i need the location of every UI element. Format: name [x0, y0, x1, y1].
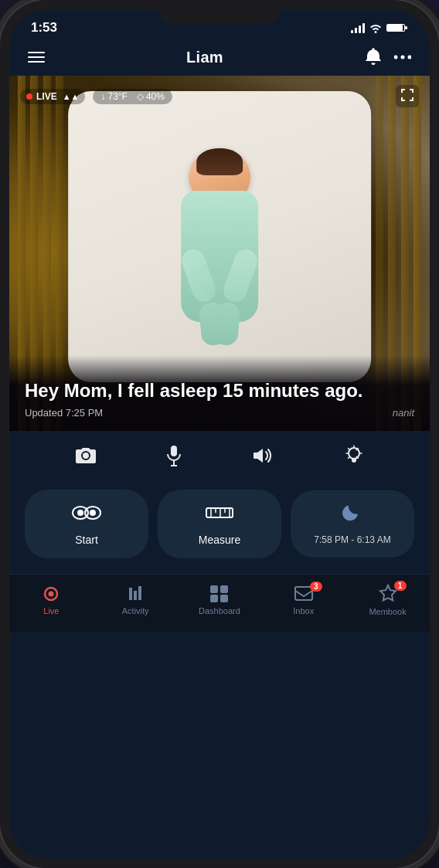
wifi-icon — [369, 22, 383, 33]
baby-figure — [158, 144, 281, 337]
live-dot — [26, 93, 32, 100]
camera-icon — [75, 446, 97, 465]
membook-badge: 1 — [394, 581, 407, 591]
svg-rect-2 — [387, 25, 403, 31]
mic-button[interactable] — [165, 445, 182, 466]
nav-item-dashboard[interactable]: Dashboard — [196, 585, 243, 615]
inbox-badge: 3 — [310, 581, 322, 592]
header-actions — [365, 48, 411, 66]
camera-controls — [9, 431, 430, 480]
signal-icon — [351, 22, 365, 33]
baby-hair — [196, 148, 243, 175]
live-badge: LIVE ▲▲ — [20, 89, 85, 104]
camera-feed[interactable]: LIVE ▲▲ ↓ 73°F ◇ 40% — [9, 76, 430, 431]
svg-point-12 — [77, 510, 83, 516]
baby-body — [181, 191, 258, 322]
measure-label: Measure — [199, 534, 240, 546]
menu-button[interactable] — [28, 52, 45, 63]
nav-item-membook[interactable]: 1 Membook — [365, 584, 411, 616]
status-time: 1:53 — [31, 20, 57, 36]
humidity-stat: ◇ 40% — [137, 91, 165, 102]
svg-point-4 — [394, 56, 398, 59]
sleep-schedule-button[interactable]: 7:58 PM - 6:13 AM — [291, 490, 414, 558]
fullscreen-icon — [400, 88, 414, 102]
camera-snapshot-button[interactable] — [75, 446, 97, 465]
nav-item-activity[interactable]: Activity — [112, 585, 158, 615]
svg-rect-23 — [210, 585, 218, 593]
mattress — [68, 91, 371, 382]
live-nav-icon — [41, 585, 61, 603]
start-button[interactable]: Start — [25, 490, 148, 558]
svg-rect-7 — [171, 446, 177, 456]
live-overlay: LIVE ▲▲ ↓ 73°F ◇ 40% — [20, 85, 419, 107]
speaker-icon — [252, 446, 275, 465]
more-options-icon[interactable] — [394, 55, 411, 59]
svg-rect-3 — [405, 26, 407, 29]
notch — [158, 0, 281, 23]
app-header: Liam — [9, 42, 430, 76]
nav-item-inbox[interactable]: 3 Inbox — [281, 585, 327, 615]
svg-point-22 — [49, 592, 54, 597]
nanit-watermark: nanit — [393, 407, 414, 419]
start-icon — [71, 502, 102, 529]
start-label: Start — [75, 534, 98, 546]
fullscreen-button[interactable] — [396, 85, 419, 107]
live-stats: ↓ 73°F ◇ 40% — [93, 89, 172, 104]
light-icon — [344, 445, 364, 466]
header-title: Liam — [186, 49, 223, 66]
sound-button[interactable] — [252, 446, 275, 465]
sleep-time: 7:58 PM - 6:13 AM — [314, 534, 390, 545]
message-overlay: Hey Mom, I fell asleep 15 minutes ago. U… — [9, 355, 430, 431]
update-time: Updated 7:25 PM — [25, 407, 414, 419]
bell-icon[interactable] — [365, 48, 382, 66]
svg-point-5 — [400, 56, 404, 59]
battery-icon — [386, 22, 408, 33]
phone-frame: 1:53 — [0, 0, 439, 868]
bottom-nav: Live Activity Dashboard 3 — [9, 574, 430, 632]
svg-rect-25 — [210, 595, 218, 602]
svg-rect-26 — [220, 595, 228, 602]
svg-rect-24 — [220, 585, 228, 593]
inbox-nav-label: Inbox — [293, 606, 314, 615]
activity-nav-label: Activity — [122, 606, 149, 615]
sleep-message: Hey Mom, I fell asleep 15 minutes ago. — [25, 378, 414, 402]
action-row: Start Measure — [9, 480, 430, 574]
membook-nav-label: Membook — [369, 607, 406, 616]
baby-arm-left — [179, 246, 219, 305]
dashboard-nav-label: Dashboard — [199, 606, 240, 615]
light-button[interactable] — [344, 445, 364, 466]
measure-button[interactable]: Measure — [158, 490, 281, 558]
temperature-stat: ↓ 73°F — [100, 91, 127, 102]
status-icons — [351, 22, 408, 33]
baby-leg-right — [213, 301, 241, 346]
signal-strength: ▲▲ — [63, 92, 80, 101]
screen: 1:53 — [9, 9, 430, 859]
svg-point-14 — [90, 510, 96, 516]
measure-icon — [205, 502, 234, 529]
microphone-icon — [165, 445, 182, 466]
activity-nav-icon — [126, 585, 145, 603]
svg-rect-15 — [206, 508, 233, 517]
baby-arm-right — [220, 246, 260, 305]
dashboard-nav-icon — [209, 585, 230, 603]
svg-point-6 — [407, 56, 411, 59]
nav-item-live[interactable]: Live — [28, 585, 74, 615]
live-text: LIVE — [36, 91, 57, 102]
live-nav-label: Live — [43, 606, 59, 615]
moon-icon — [342, 503, 363, 524]
